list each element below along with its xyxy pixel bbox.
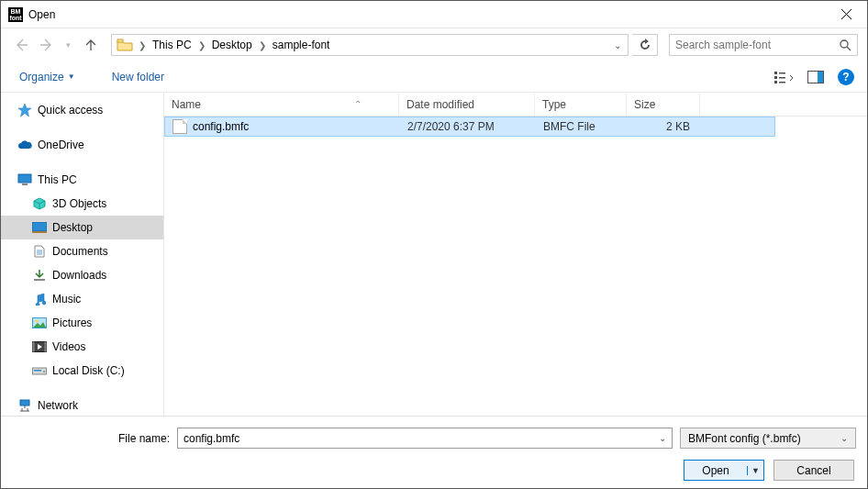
svg-point-1 (840, 40, 848, 48)
sidebar-label: Music (52, 293, 81, 306)
sidebar-item-localdisk[interactable]: Local Disk (C:) (1, 359, 163, 383)
sidebar-label: Documents (52, 245, 108, 258)
column-date[interactable]: Date modified (399, 93, 535, 116)
star-icon (17, 103, 32, 117)
filter-label: BMFont config (*.bmfc) (688, 432, 801, 445)
svg-rect-4 (774, 76, 777, 79)
picture-icon (32, 316, 47, 330)
address-bar[interactable]: ❯ This PC ❯ Desktop ❯ sample-font ⌄ (111, 34, 629, 56)
refresh-icon (639, 39, 651, 51)
sidebar-item-quick-access[interactable]: Quick access (1, 98, 163, 122)
filename-label: File name: (12, 432, 170, 445)
sidebar-label: Pictures (52, 317, 92, 329)
svg-rect-3 (779, 72, 785, 74)
column-size[interactable]: Size (627, 93, 700, 116)
column-name-label: Name (172, 98, 201, 111)
sidebar-item-thispc[interactable]: This PC (1, 168, 163, 192)
sidebar-item-network[interactable]: Network (1, 394, 163, 416)
sidebar-label: Network (38, 399, 78, 412)
sidebar-item-downloads[interactable]: Downloads (1, 263, 163, 287)
sidebar-label: Desktop (52, 221, 93, 234)
sidebar-item-videos[interactable]: Videos (1, 335, 163, 359)
svg-rect-21 (34, 370, 41, 372)
svg-rect-13 (32, 231, 47, 233)
new-folder-button[interactable]: New folder (106, 67, 170, 87)
sidebar-label: Local Disk (C:) (52, 364, 125, 377)
chevron-down-icon: ▼ (68, 72, 75, 81)
arrow-left-icon (14, 38, 28, 52)
back-button[interactable] (10, 34, 32, 56)
breadcrumb-thispc[interactable]: This PC (149, 35, 195, 55)
music-icon (32, 292, 47, 306)
sidebar-item-3d-objects[interactable]: 3D Objects (1, 192, 163, 216)
file-icon (172, 119, 187, 134)
filename-input[interactable] (184, 432, 653, 445)
video-icon (32, 339, 47, 354)
file-date: 2/7/2020 6:37 PM (400, 120, 536, 133)
search-input[interactable] (675, 39, 839, 51)
help-button[interactable]: ? (838, 69, 854, 85)
sidebar-label: 3D Objects (52, 197, 106, 210)
svg-rect-18 (33, 342, 35, 352)
file-row[interactable]: config.bmfc 2/7/2020 6:37 PM BMFC File 2… (164, 117, 775, 137)
view-options-button[interactable] (772, 66, 797, 88)
sidebar-item-documents[interactable]: Documents (1, 239, 163, 263)
close-icon (841, 9, 851, 19)
folder-icon (116, 38, 134, 52)
up-button[interactable] (80, 34, 102, 56)
svg-rect-14 (34, 279, 45, 281)
svg-rect-7 (779, 82, 785, 83)
desktop-icon (32, 220, 47, 235)
column-name[interactable]: Name ⌃ (164, 93, 399, 116)
body: Quick access OneDrive This PC 3D Objects… (1, 93, 867, 416)
search-box[interactable] (669, 34, 858, 56)
forward-button[interactable] (36, 34, 58, 56)
navbar: ▾ ❯ This PC ❯ Desktop ❯ sample-font ⌄ (1, 28, 867, 61)
recent-dropdown[interactable]: ▾ (61, 34, 74, 56)
app-icon: BMfont (8, 7, 23, 22)
filetype-filter[interactable]: BMFont config (*.bmfc) ⌄ (680, 428, 856, 449)
arrow-right-icon (39, 38, 54, 52)
refresh-button[interactable] (632, 34, 658, 56)
file-size: 2 KB (628, 120, 701, 133)
svg-point-22 (43, 371, 45, 372)
document-icon (32, 244, 47, 259)
monitor-icon (17, 172, 32, 187)
sort-asc-icon: ⌃ (354, 99, 362, 109)
network-icon (17, 398, 32, 413)
sidebar-item-pictures[interactable]: Pictures (1, 311, 163, 335)
drive-icon (32, 363, 47, 378)
cloud-icon (17, 138, 32, 152)
column-type[interactable]: Type (535, 93, 627, 116)
close-button[interactable] (826, 1, 867, 28)
open-split-dropdown[interactable]: ▼ (747, 466, 763, 475)
open-label: Open (684, 464, 747, 477)
organize-label: Organize (19, 71, 64, 83)
sidebar-label: Downloads (52, 269, 106, 282)
sidebar-item-onedrive[interactable]: OneDrive (1, 133, 163, 157)
sidebar-item-music[interactable]: Music (1, 287, 163, 311)
breadcrumb-desktop[interactable]: Desktop (208, 35, 256, 55)
file-area: Name ⌃ Date modified Type Size config.bm… (164, 93, 867, 416)
svg-rect-0 (117, 39, 123, 42)
open-button[interactable]: Open ▼ (684, 460, 764, 481)
cancel-button[interactable]: Cancel (773, 460, 854, 481)
chevron-down-icon[interactable]: ⌄ (653, 433, 666, 443)
chevron-right-icon: ❯ (136, 40, 149, 50)
svg-rect-23 (20, 400, 29, 406)
organize-button[interactable]: Organize ▼ (14, 67, 81, 87)
panel-icon (807, 71, 824, 83)
sidebar-label: This PC (38, 173, 77, 186)
svg-rect-2 (774, 72, 777, 74)
cancel-label: Cancel (796, 464, 830, 477)
sidebar-label: OneDrive (38, 139, 84, 151)
filename-combobox[interactable]: ⌄ (177, 428, 673, 449)
svg-rect-11 (22, 183, 28, 185)
preview-pane-button[interactable] (803, 66, 829, 88)
address-dropdown[interactable]: ⌄ (609, 40, 626, 50)
breadcrumb-samplefont[interactable]: sample-font (269, 35, 334, 55)
svg-rect-10 (18, 174, 31, 183)
sidebar-item-desktop[interactable]: Desktop (1, 216, 163, 239)
titlebar: BMfont Open (1, 1, 867, 28)
cube-icon (32, 196, 47, 211)
